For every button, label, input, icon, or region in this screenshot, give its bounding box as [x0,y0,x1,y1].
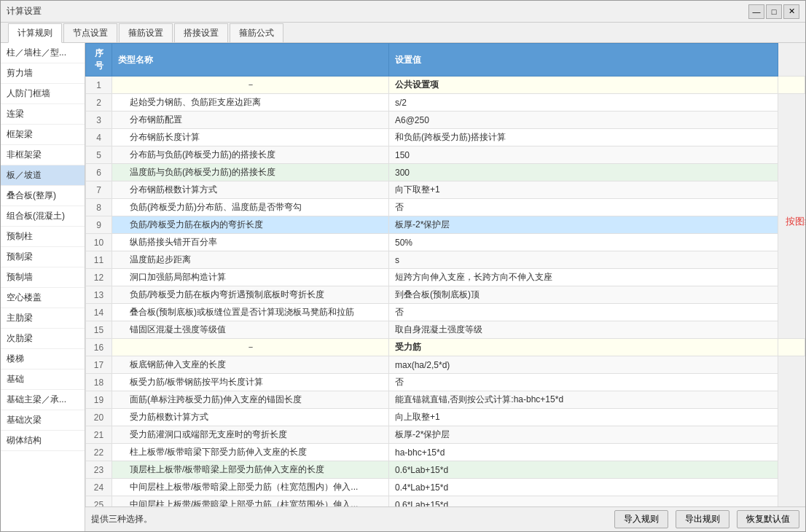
row-value[interactable]: max(ha/2,5*d) [389,356,778,374]
sidebar-item-composite-slab[interactable]: 叠合板(整厚) [1,186,85,206]
table-row[interactable]: 8负筋(跨板受力筋)分布筋、温度筋是否带弯勾否 [86,199,805,216]
row-value[interactable]: 0.4*Lab+15*d [389,479,778,496]
row-value[interactable]: ha-bhc+15*d [389,444,778,461]
sidebar-item-continuous-beam[interactable]: 连梁 [1,104,85,125]
sidebar-item-other[interactable]: 砌体结构 [1,431,85,451]
row-value[interactable]: s [389,251,778,269]
row-value[interactable]: 到叠合板(预制底板)顶 [389,286,778,304]
footer: 提供三种选择。 导入规则 导出规则 恢复默认值 [85,506,805,531]
sidebar-item-defense-wall[interactable]: 人防门框墙 [1,84,85,104]
sidebar-item-staircase[interactable]: 楼梯 [1,349,85,369]
table-row[interactable]: 10纵筋搭接头错开百分率50% [86,234,805,251]
row-number: 19 [86,391,112,409]
tab-rebar-settings[interactable]: 箍筋设置 [119,23,173,42]
row-name: 受力筋根数计算方式 [112,409,389,426]
tab-calc-rules[interactable]: 计算规则 [8,23,62,43]
table-row[interactable]: 13负筋/跨板受力筋在板内弯折遇预制底板时弯折长度到叠合板(预制底板)顶 [86,286,805,304]
sidebar-item-hollow-floor[interactable]: 空心楼盖 [1,288,85,308]
row-number: 15 [86,321,112,339]
table-row[interactable]: 23顶层柱上板带/板带暗梁上部受力筋伸入支座的长度0.6*Lab+15*d [86,461,805,479]
row-value[interactable]: 0.6*Lab+15*d [389,461,778,479]
table-row[interactable]: 21受力筋灌洞口或端部无支座时的弯折长度板厚-2*保护层 [86,426,805,444]
row-number: 6 [86,164,112,181]
tab-rebar-formula[interactable]: 箍筋公式 [230,23,283,42]
row-value[interactable]: 和负筋(跨板受力筋)搭接计算 [389,129,778,146]
row-value[interactable]: 300 [389,164,778,181]
table-row[interactable]: 20受力筋根数计算方式向上取整+1 [86,409,805,426]
table-row[interactable]: 18板受力筋/板带钢筋按平均长度计算否 [86,374,805,391]
sidebar-item-precast-col[interactable]: 预制柱 [1,227,85,247]
table-row[interactable]: 4分布钢筋长度计算和负筋(跨板受力筋)搭接计算 [86,129,805,146]
sidebar: 柱／墙柱／型... 剪力墙 人防门框墙 连梁 框架梁 非框架梁 板／坡道 叠合板… [1,43,85,531]
row-value[interactable]: 向上取整+1 [389,409,778,426]
table-row[interactable]: 7分布钢筋根数计算方式向下取整+1 [86,181,805,199]
sidebar-item-non-frame-beam[interactable]: 非框架梁 [1,145,85,165]
table-row[interactable]: 6温度筋与负筋(跨板受力筋)的搭接长度300 [86,164,805,181]
sidebar-item-shear-wall[interactable]: 剪力墙 [1,63,85,84]
row-value[interactable]: 50% [389,234,778,251]
row-value[interactable]: 取自身混凝土强度等级 [389,321,778,339]
row-value[interactable]: 能直锚就直锚,否则按公式计算:ha-bhc+15*d [389,391,778,409]
table-row[interactable]: 16－受力筋 [86,339,805,356]
table-row[interactable]: 3分布钢筋配置A6@250 [86,112,805,129]
row-name: 中间层柱上板带/板带暗梁上部受力筋（柱宽范围内）伸入... [112,479,389,496]
row-value[interactable]: 板厚-2*保护层 [389,216,778,234]
table-container: 序号 类型名称 设置值 1－公共设置项2起始受力钢筋、负筋距支座边距离s/23分… [85,43,805,506]
row-number: 1 [86,77,112,94]
row-value[interactable]: 0.6*Lab+15*d [389,496,778,507]
restore-button[interactable]: 恢复默认值 [737,510,799,528]
sidebar-item-slab-slope[interactable]: 板／坡道 [1,165,85,186]
section-toggle[interactable]: － [112,339,389,356]
import-button[interactable]: 导入规则 [614,510,668,528]
sidebar-item-secondary-beam[interactable]: 次肋梁 [1,329,85,349]
section-value [778,339,805,356]
sidebar-item-precast-beam[interactable]: 预制梁 [1,247,85,267]
row-value[interactable]: s/2 [389,94,778,112]
tab-node-settings[interactable]: 节点设置 [63,23,117,42]
export-button[interactable]: 导出规则 [676,510,729,528]
minimize-button[interactable]: — [748,4,764,19]
row-value[interactable]: 向下取整+1 [389,181,778,199]
sidebar-item-main-beam[interactable]: 主肋梁 [1,308,85,329]
maximize-button[interactable]: □ [766,4,782,19]
tab-lap-settings[interactable]: 搭接设置 [174,23,228,42]
table-row[interactable]: 22柱上板带/板带暗梁下部受力筋伸入支座的长度ha-bhc+15*d [86,444,805,461]
table-row[interactable]: 14叠合板(预制底板)或板缝位置是否计算现浇板马凳筋和拉筋否 [86,304,805,321]
row-value[interactable]: 150 [389,146,778,164]
row-value[interactable]: 板厚-2*保护层 [389,426,778,444]
sidebar-item-foundation-main[interactable]: 基础主梁／承... [1,390,85,410]
row-value[interactable]: 否 [389,374,778,391]
col-header-name: 类型名称 [112,44,389,77]
table-row[interactable]: 12洞口加强筋局部构造计算短跨方向伸入支座，长跨方向不伸入支座 [86,269,805,286]
table-row[interactable]: 9负筋/跨板受力筋在板内的弯折长度板厚-2*保护层 [86,216,805,234]
sidebar-item-col-wall[interactable]: 柱／墙柱／型... [1,43,85,63]
table-row[interactable]: 15锚固区混凝土强度等级值取自身混凝土强度等级 [86,321,805,339]
table-row[interactable]: 25中间层柱上板带/板带暗梁上部受力筋（柱宽范围外）伸入...0.6*Lab+1… [86,496,805,507]
row-value[interactable]: A6@250 [389,112,778,129]
table-row[interactable]: 2起始受力钢筋、负筋距支座边距离s/2 [86,94,805,112]
col-header-value: 设置值 [389,44,778,77]
row-name: 负筋(跨板受力筋)分布筋、温度筋是否带弯勾 [112,199,389,216]
row-value[interactable]: 短跨方向伸入支座，长跨方向不伸入支座 [389,269,778,286]
row-number: 9 [86,216,112,234]
table-row[interactable]: 17板底钢筋伸入支座的长度max(ha/2,5*d) [86,356,805,374]
row-value[interactable]: 否 [389,304,778,321]
sidebar-item-frame-beam[interactable]: 框架梁 [1,125,85,145]
row-name: 分布钢筋配置 [112,112,389,129]
sidebar-item-composite-mixed[interactable]: 组合板(混凝土) [1,206,85,227]
table-row[interactable]: 24中间层柱上板带/板带暗梁上部受力筋（柱宽范围内）伸入...0.4*Lab+1… [86,479,805,496]
sidebar-item-foundation[interactable]: 基础 [1,369,85,390]
section-name: 公共设置项 [389,77,778,94]
table-row[interactable]: 5分布筋与负筋(跨板受力筋)的搭接长度150 [86,146,805,164]
close-button[interactable]: ✕ [783,4,799,19]
sidebar-item-precast-wall[interactable]: 预制墙 [1,267,85,288]
tab-bar: 计算规则 节点设置 箍筋设置 搭接设置 箍筋公式 [1,23,805,43]
sidebar-item-foundation-sec[interactable]: 基础次梁 [1,410,85,431]
row-number: 14 [86,304,112,321]
table-row[interactable]: 1－公共设置项 [86,77,805,94]
table-row[interactable]: 11温度筋起步距离s [86,251,805,269]
row-value[interactable]: 否 [389,199,778,216]
table-row[interactable]: 19面筋(单标注跨板受力筋)伸入支座的锚固长度能直锚就直锚,否则按公式计算:ha… [86,391,805,409]
section-toggle[interactable]: － [112,77,389,94]
row-number: 18 [86,374,112,391]
